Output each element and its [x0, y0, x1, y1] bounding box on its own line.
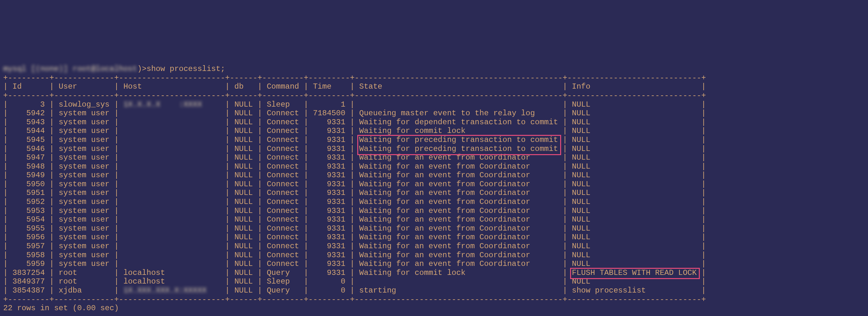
- cell-state: Waiting for an event from Coordinator: [359, 233, 558, 241]
- prompt-redacted: mysql [(none)] root@localhost: [3, 64, 137, 74]
- cell-time: 9331 |: [313, 259, 359, 268]
- cell-sep: |: [696, 251, 706, 259]
- table-row: | 3837254 | root | localhost | NULL | Qu…: [3, 268, 865, 278]
- cell-user: system user |: [59, 242, 124, 251]
- cell-user: system user |: [59, 162, 124, 171]
- cell-command: Connect |: [267, 118, 313, 126]
- cell-info: NULL: [572, 153, 697, 162]
- table-row: | 5954 | system user | | NULL | Connect …: [3, 215, 865, 224]
- cell-host: |: [123, 153, 234, 162]
- table-row: | 5952 | system user | | NULL | Connect …: [3, 198, 865, 206]
- cell-sep: |: [558, 286, 572, 295]
- prompt-command: )>show processlist;: [137, 64, 225, 73]
- cell-user: system user |: [59, 171, 124, 179]
- cell-sep: |: [696, 109, 706, 118]
- cell-id: | 5957 |: [3, 242, 59, 251]
- cell-id: | 3854387 |: [3, 286, 59, 295]
- cell-sep: |: [220, 100, 234, 109]
- cell-command: Connect |: [267, 206, 313, 215]
- cell-info: NULL: [572, 233, 697, 241]
- cell-db: NULL |: [234, 251, 267, 259]
- cell-time: 9331 |: [313, 198, 359, 206]
- cell-host: |: [123, 171, 234, 179]
- cell-sep: |: [558, 277, 572, 286]
- cell-id: | 5949 |: [3, 171, 59, 179]
- cell-state: Waiting for an event from Coordinator: [359, 189, 558, 197]
- cell-command: Connect |: [267, 198, 313, 206]
- cell-host: |: [123, 189, 234, 197]
- cell-db: NULL |: [234, 100, 267, 109]
- cell-user: system user |: [59, 251, 124, 259]
- cell-info: NULL: [572, 277, 697, 286]
- cell-time: 9331 |: [313, 136, 359, 144]
- cell-db: NULL |: [234, 153, 267, 162]
- cell-state: Queueing master event to the relay log: [359, 109, 558, 118]
- cell-user: system user |: [59, 206, 124, 215]
- cell-host: |: [123, 180, 234, 189]
- cell-db: NULL |: [234, 171, 267, 179]
- cell-sep: |: [558, 189, 572, 197]
- cell-info: NULL: [572, 109, 697, 118]
- table-row: | 5951 | system user | | NULL | Connect …: [3, 189, 865, 198]
- cell-sep: |: [696, 171, 706, 179]
- cell-sep: |: [696, 268, 706, 277]
- cell-id: | 5948 |: [3, 162, 59, 171]
- cell-sep: |: [558, 100, 572, 109]
- cell-sep: |: [696, 286, 706, 295]
- cell-time: 9331 |: [313, 126, 359, 135]
- cell-sep: |: [558, 198, 572, 206]
- cell-user: root |: [59, 277, 124, 286]
- cell-command: Sleep |: [267, 277, 313, 286]
- cell-user: system user |: [59, 189, 124, 197]
- cell-sep: |: [696, 215, 706, 224]
- cell-host: localhost |: [123, 268, 234, 277]
- cell-sep: |: [696, 277, 706, 286]
- cell-command: Connect |: [267, 215, 313, 224]
- cell-sep: |: [558, 109, 572, 118]
- cell-info: NULL: [572, 126, 697, 135]
- cell-sep: |: [220, 286, 234, 295]
- table-divider-bot: +---------+-------------+---------------…: [3, 295, 865, 304]
- cell-host-redacted: 1X.XXX.XXX.X:XXXXX: [123, 286, 220, 295]
- table-row: | 5948 | system user | | NULL | Connect …: [3, 162, 865, 171]
- cell-command: Sleep |: [267, 100, 313, 109]
- table-row: | 5944 | system user | | NULL | Connect …: [3, 126, 865, 136]
- cell-sep: |: [558, 171, 572, 179]
- cell-state: Waiting for an event from Coordinator: [359, 198, 558, 206]
- cell-db: NULL |: [234, 136, 267, 144]
- cell-command: Connect |: [267, 145, 313, 153]
- cell-host: |: [123, 251, 234, 259]
- cell-sep: |: [696, 233, 706, 241]
- cell-id: | 5959 |: [3, 259, 59, 268]
- cell-state: [359, 277, 558, 286]
- result-footer: 22 rows in set (0.00 sec): [3, 304, 865, 313]
- cell-time: 9331 |: [313, 206, 359, 215]
- table-row: | 5958 | system user | | NULL | Connect …: [3, 251, 865, 260]
- cell-state: Waiting for an event from Coordinator: [359, 153, 558, 162]
- cell-db: NULL |: [234, 286, 267, 295]
- cell-sep: |: [558, 215, 572, 224]
- cell-sep: |: [558, 126, 572, 135]
- cell-info: NULL: [572, 259, 697, 268]
- cell-state: Waiting for preceding transaction to com…: [359, 145, 558, 153]
- cell-host: |: [123, 215, 234, 224]
- cell-host-redacted: 1X.X.X.X :XXXX: [123, 100, 220, 109]
- cell-state: Waiting for an event from Coordinator: [359, 171, 558, 179]
- cell-command: Connect |: [267, 126, 313, 135]
- cell-sep: |: [696, 100, 706, 109]
- cell-db: NULL |: [234, 198, 267, 206]
- cell-db: NULL |: [234, 162, 267, 171]
- cell-id: | 5952 |: [3, 198, 59, 206]
- cell-user: system user |: [59, 198, 124, 206]
- table-row: | 5950 | system user | | NULL | Connect …: [3, 180, 865, 189]
- cell-info: NULL: [572, 224, 697, 233]
- cell-info: NULL: [572, 206, 697, 215]
- cell-sep: |: [558, 268, 572, 277]
- cell-id: | 5950 |: [3, 180, 59, 189]
- cell-state: Waiting for an event from Coordinator: [359, 251, 558, 259]
- cell-info: NULL: [572, 162, 697, 171]
- cell-sep: |: [696, 189, 706, 197]
- cell-info: NULL: [572, 242, 697, 251]
- table-divider-mid: +---------+-------------+---------------…: [3, 91, 865, 100]
- table-row: | 3849377 | root | localhost | NULL | Sl…: [3, 277, 865, 286]
